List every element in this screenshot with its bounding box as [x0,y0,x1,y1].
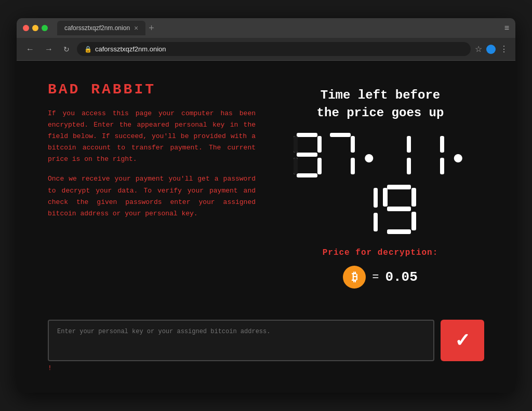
digit-minutes-tens [382,132,412,179]
submit-button[interactable]: ✓ [441,320,484,361]
address-text: caforssztxqzf2nm.onion [95,45,166,53]
page-title: BAD RABBIT [48,81,256,98]
address-bar[interactable]: 🔒 caforssztxqzf2nm.onion [77,42,471,56]
svg-rect-8 [294,158,298,174]
bookmark-icon[interactable]: ☆ [475,44,482,54]
tab-title: caforssztxqzf2nm.onion [64,24,130,32]
checkmark-icon: ✓ [455,330,470,351]
input-section: ✓ [48,320,484,361]
svg-rect-5 [317,158,322,174]
ransom-paragraph-2: Once we receive your payment you'll get … [48,173,256,219]
toolbar-right: ☆ ⋮ [475,44,509,54]
main-layout: BAD RABBIT If you access this page your … [48,81,484,304]
timer-title: Time left beforethe price goes up [317,87,444,121]
svg-rect-19 [383,188,388,207]
refresh-button[interactable]: ↻ [60,43,73,56]
timer-dot-separator: • [360,132,378,173]
ransom-text: If you access this page your computer ha… [48,108,256,220]
digit-seconds-units [382,184,417,236]
digit-seconds-tens [343,184,379,236]
svg-rect-15 [440,158,444,174]
browser-content: BAD RABBIT If you access this page your … [17,61,515,393]
digit-hours-units [326,132,356,179]
timer-top-row: • • [292,132,468,179]
timer-display: • • [292,132,468,236]
price-label: Price for decryption: [323,248,438,257]
browser-menu-icon[interactable]: ≡ [504,23,509,33]
forward-button[interactable]: → [42,43,56,56]
svg-rect-22 [411,212,416,230]
ransom-paragraph-1: If you access this page your computer ha… [48,108,256,165]
back-button[interactable]: ← [23,43,37,56]
svg-rect-11 [351,158,355,174]
svg-rect-0 [297,133,317,137]
svg-rect-16 [374,188,378,208]
more-options-icon[interactable]: ⋮ [500,44,509,54]
svg-rect-17 [374,213,378,231]
timer-dot-separator2: • [449,132,467,173]
price-display: ₿ = 0.05 [343,266,418,289]
digit-hours-tens [292,132,323,179]
traffic-lights [23,25,48,31]
maximize-button[interactable] [42,25,48,31]
timer-bottom-row [343,184,417,236]
browser-toolbar: ← → ↻ 🔒 caforssztxqzf2nm.onion ☆ ⋮ [17,38,515,61]
right-panel: Time left beforethe price goes up [276,81,484,304]
svg-rect-2 [317,136,322,153]
svg-rect-20 [411,188,416,207]
left-panel: BAD RABBIT If you access this page your … [48,81,256,304]
svg-rect-12 [407,136,411,153]
svg-rect-18 [387,185,411,189]
digit-minutes-units [415,132,445,179]
tab-area: caforssztxqzf2nm.onion × + [57,21,500,35]
active-tab[interactable]: caforssztxqzf2nm.onion × [57,21,145,35]
tab-close-icon[interactable]: × [134,24,138,32]
svg-rect-14 [440,136,444,153]
svg-rect-9 [330,133,351,137]
svg-rect-23 [387,229,411,234]
price-value: 0.05 [385,269,417,285]
bitcoin-symbol: ₿ [352,270,357,284]
svg-rect-6 [297,173,317,177]
price-equals: = [372,271,379,284]
minimize-button[interactable] [32,25,38,31]
svg-rect-13 [407,158,411,174]
svg-rect-10 [351,136,355,153]
close-button[interactable] [23,25,29,31]
browser-window: caforssztxqzf2nm.onion × + ≡ ← → ↻ 🔒 caf… [17,18,515,393]
browser-titlebar: caforssztxqzf2nm.onion × + ≡ [17,18,515,38]
error-text: ! [48,364,484,372]
svg-rect-3 [297,153,317,157]
profile-icon[interactable] [486,45,496,54]
new-tab-button[interactable]: + [149,23,154,34]
svg-rect-21 [387,207,411,211]
lock-icon: 🔒 [84,46,92,53]
personal-key-input[interactable] [48,320,434,361]
svg-rect-7 [294,136,298,153]
bitcoin-icon: ₿ [343,266,366,289]
